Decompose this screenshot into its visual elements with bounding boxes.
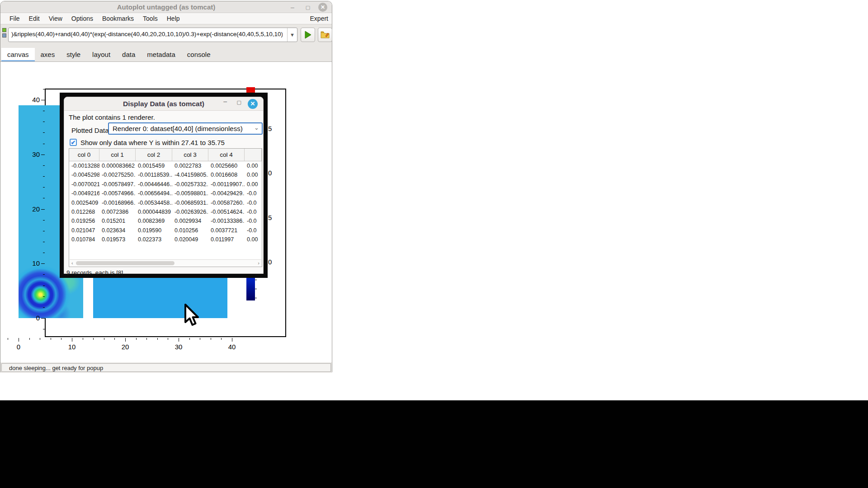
scroll-left-icon[interactable]: ‹ [71, 260, 73, 266]
table-cell: 0.00 [245, 161, 262, 170]
table-cell: -0.0 [245, 216, 262, 225]
axis-tick [8, 338, 8, 340]
table-cell: -0.00578497... [99, 180, 136, 189]
tick-label: 10 [63, 343, 81, 351]
axis-tick [221, 338, 222, 340]
tab-style[interactable]: style [61, 48, 86, 61]
uri-dropdown-chevron-icon[interactable]: ▼ [287, 28, 297, 42]
idle-status-icon [2, 28, 7, 39]
plotted-data-combobox[interactable]: Renderer 0: dataset[40,40] (dimensionles… [108, 122, 263, 135]
tick-label: 0 [9, 343, 28, 351]
menu-bookmarks[interactable]: Bookmarks [98, 14, 138, 24]
axis-tick [125, 338, 126, 342]
menu-tools[interactable]: Tools [138, 14, 162, 24]
uri-input[interactable]: )&ripples(40,40)+rand(40,40)*(exp(-dista… [11, 31, 283, 40]
status-blue-square-icon [2, 33, 6, 38]
axis-tick [41, 100, 45, 100]
table-horizontal-scrollbar[interactable]: ‹ › [70, 259, 261, 266]
table-cell: 0.00 [245, 170, 262, 179]
dialog-maximize-icon[interactable]: ▢ [237, 99, 241, 105]
table-row[interactable]: -0.00700218...-0.00578497...-0.00446446.… [69, 180, 262, 189]
axis-tick [136, 338, 137, 340]
table-cell: 0.0025660 [208, 161, 245, 170]
axis-tick [43, 286, 45, 286]
table-cell: -0.00492163... [69, 189, 99, 198]
uri-toolbar: )&ripples(40,40)+rand(40,40)*(exp(-dista… [0, 24, 332, 46]
table-cell: -0.00656494... [136, 189, 172, 198]
window-close-icon[interactable]: ✕ [318, 3, 327, 12]
play-icon [303, 30, 312, 39]
main-tabbar: canvasaxesstylelayoutdatametadataconsole [0, 46, 332, 62]
table-cell: -0.00257332... [172, 180, 208, 189]
table-row[interactable]: 0.0210470.0236340.0195900.0102560.003772… [69, 226, 262, 235]
tab-canvas[interactable]: canvas [1, 48, 35, 61]
axis-tick [43, 296, 45, 297]
axis-tick [72, 338, 72, 342]
column-header: col 1 [99, 149, 136, 161]
records-count-text: 9 records, each is [8] [66, 269, 123, 276]
filter-checkbox[interactable]: ✔ [70, 139, 77, 146]
tab-metadata[interactable]: metadata [141, 48, 181, 61]
axis-tick [211, 338, 211, 340]
menu-options[interactable]: Options [67, 14, 98, 24]
table-row[interactable]: -0.00492163...-0.00574966...-0.00656494.… [69, 189, 262, 198]
scroll-right-icon[interactable]: › [258, 260, 259, 266]
combo-chevron-down-icon[interactable]: ⌄ [254, 124, 259, 131]
axis-tick [83, 338, 83, 340]
plotted-data-label: Plotted Data: [71, 127, 111, 134]
table-cell: -0.00429429... [208, 189, 245, 198]
inspect-uri-button[interactable] [318, 28, 332, 42]
menu-expert[interactable]: Expert [310, 15, 328, 22]
table-row[interactable]: -0.00452980...-0.00275250...-0.00118539.… [69, 170, 262, 179]
tab-console[interactable]: console [181, 48, 217, 61]
desktop-black-band [0, 400, 868, 488]
table-cell: 0.0037721 [208, 226, 245, 235]
table-cell: 0.021047 [69, 226, 99, 235]
tab-data[interactable]: data [116, 48, 141, 61]
table-cell: 0.000044839 [136, 207, 172, 216]
scrollbar-thumb[interactable] [76, 261, 175, 265]
table-cell: 0.0029934 [172, 216, 208, 225]
column-header: col 3 [172, 149, 208, 161]
window-titlebar[interactable]: Autoplot untagged (as tomcat) – ▢ ✕ [0, 1, 332, 13]
table-cell: 0.012268 [69, 207, 99, 216]
menu-edit[interactable]: Edit [24, 14, 44, 24]
dialog-close-icon[interactable]: ✕ [248, 99, 258, 109]
table-cell: -0.00514624... [208, 207, 245, 216]
menu-help[interactable]: Help [162, 14, 184, 24]
tick-label: 40 [28, 96, 40, 103]
axis-tick [41, 263, 45, 264]
table-row[interactable]: 0.0192560.0152010.00823690.0029934-0.001… [69, 216, 262, 225]
dialog-titlebar[interactable]: Display Data (as tomcat) – ▢ ✕ [64, 97, 263, 111]
data-table[interactable]: col 0col 1col 2col 3col 4 -0.00132880...… [69, 148, 262, 267]
table-cell: 0.020049 [172, 235, 208, 244]
tab-layout[interactable]: layout [86, 48, 116, 61]
plot-go-button[interactable] [301, 28, 315, 42]
table-row[interactable]: 0.0122680.00723860.000044839-0.00263926.… [69, 207, 262, 216]
menu-file[interactable]: File [5, 14, 24, 24]
table-row[interactable]: 0.0107840.0195730.0223730.0200490.011997… [69, 235, 262, 244]
table-row[interactable]: 0.0025409-0.00168966...-0.00534458...-0.… [69, 198, 262, 207]
uri-combobox[interactable]: )&ripples(40,40)+rand(40,40)*(exp(-dista… [8, 28, 297, 42]
column-header [245, 149, 262, 161]
table-cell: 0.00 [245, 180, 262, 189]
tick-label: 20 [28, 205, 40, 213]
axis-tick [232, 338, 232, 342]
window-maximize-icon[interactable]: ▢ [303, 3, 313, 12]
axis-tick [43, 274, 45, 275]
table-cell: -0.00700218... [69, 180, 99, 189]
table-cell: 0.011997 [208, 235, 245, 244]
tab-axes[interactable]: axes [35, 48, 61, 61]
axis-tick [43, 132, 45, 133]
menu-view[interactable]: View [44, 14, 67, 24]
dialog-minimize-icon[interactable]: – [223, 98, 227, 105]
tick-label: 10 [28, 259, 40, 267]
display-data-dialog: Display Data (as tomcat) – ▢ ✕ The plot … [64, 97, 264, 274]
plot-canvas[interactable]: 0102030404030201001.51.00.50.0 Display D… [1, 62, 332, 362]
window-minimize-icon[interactable]: – [288, 3, 297, 12]
table-cell: 0.010256 [172, 226, 208, 235]
table-cell: -0.0 [245, 198, 262, 207]
table-row[interactable]: -0.00132880...0.0000836620.00154590.0022… [69, 161, 262, 170]
table-cell: -0.0 [245, 189, 262, 198]
table-cell: -0.00133386... [208, 216, 245, 225]
